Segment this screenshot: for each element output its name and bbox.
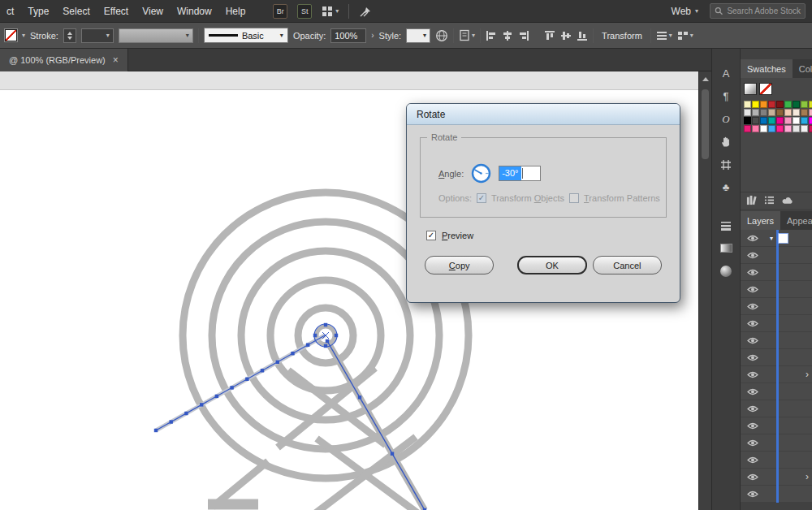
opentype-panel-icon[interactable]: O (717, 112, 735, 126)
align-middle-icon[interactable] (560, 30, 572, 41)
visibility-eye-icon[interactable] (747, 473, 758, 481)
swatch-kinds-icon[interactable] (764, 196, 775, 206)
anchor-handles[interactable] (154, 323, 426, 510)
stock-search-input[interactable]: Search Adobe Stock (710, 3, 806, 19)
anchor-point[interactable] (215, 395, 218, 398)
swatch[interactable] (784, 117, 792, 124)
anchor-point[interactable] (313, 334, 317, 337)
visibility-eye-icon[interactable] (747, 337, 758, 344)
swatch[interactable] (793, 125, 800, 132)
visibility-eye-icon[interactable] (747, 269, 758, 276)
close-tab-icon[interactable]: × (113, 54, 119, 66)
align-left-icon[interactable] (486, 30, 497, 41)
document-setup-icon[interactable]: ▾ (459, 29, 475, 41)
anchor-point[interactable] (200, 403, 203, 406)
swatch[interactable] (784, 109, 792, 116)
chevron-down-icon[interactable]: ▾ (22, 32, 25, 39)
swatch[interactable] (776, 109, 784, 116)
preview-checkbox[interactable]: ✓ (426, 231, 436, 240)
brush-definition-dropdown[interactable]: Basic ▾ (204, 28, 288, 43)
visibility-eye-icon[interactable] (747, 422, 758, 430)
swatch[interactable] (776, 125, 784, 132)
cloud-icon[interactable] (782, 196, 794, 206)
anchor-point[interactable] (324, 344, 327, 348)
recolor-artwork-icon[interactable] (435, 29, 448, 42)
visibility-eye-icon[interactable] (747, 354, 758, 361)
anchor-point[interactable] (154, 429, 158, 432)
dialog-titlebar[interactable]: Rotate (407, 104, 680, 125)
scroll-up-icon[interactable] (702, 77, 709, 81)
menu-item-help[interactable]: Help (226, 6, 246, 17)
anchor-point[interactable] (184, 412, 188, 415)
swatch[interactable] (768, 125, 775, 132)
visibility-eye-icon[interactable] (747, 405, 758, 413)
layer-target-chevron-icon[interactable]: › (806, 471, 809, 482)
sphere-panel-icon[interactable] (717, 264, 735, 278)
anchor-point[interactable] (306, 344, 309, 347)
visibility-eye-icon[interactable] (747, 491, 758, 498)
swatch[interactable] (768, 101, 775, 108)
anchor-point[interactable] (326, 339, 329, 343)
menu-item-object[interactable]: ct (6, 6, 14, 17)
menu-item-select[interactable]: Select (63, 6, 89, 17)
visibility-eye-icon[interactable] (747, 456, 758, 464)
angle-input[interactable]: -30° (499, 166, 541, 181)
anchor-point[interactable] (324, 323, 327, 326)
anchor-point[interactable] (276, 361, 279, 364)
arrange-documents-icon[interactable]: ▾ (322, 6, 339, 17)
swatch[interactable] (752, 109, 759, 116)
cancel-button[interactable]: Cancel (593, 256, 662, 274)
tab-swatches[interactable]: Swatches (741, 59, 793, 78)
paragraph-panel-icon[interactable]: ¶ (717, 89, 735, 103)
transform-objects-checkbox[interactable]: ✓ (477, 193, 486, 203)
copy-button[interactable]: Copy (425, 256, 494, 274)
swatch[interactable] (760, 101, 767, 108)
swatch[interactable] (760, 109, 767, 116)
menu-item-window[interactable]: Window (177, 6, 212, 17)
align-top-icon[interactable] (544, 30, 555, 41)
align-center-icon[interactable] (502, 30, 513, 41)
swatch[interactable] (801, 101, 808, 108)
anchor-point[interactable] (291, 352, 294, 355)
style-dropdown[interactable]: ▾ (406, 28, 430, 43)
visibility-eye-icon[interactable] (747, 286, 758, 293)
transform-button[interactable]: Transform (598, 31, 646, 41)
opacity-panel-arrow-icon[interactable]: › (371, 31, 374, 40)
width-profile-dropdown[interactable]: ▾ (119, 28, 193, 43)
swatch-libraries-icon[interactable] (746, 195, 757, 207)
ok-button[interactable]: OK (517, 256, 586, 274)
swatch[interactable] (809, 101, 812, 108)
stroke-panel-icon[interactable] (717, 218, 735, 232)
swatch[interactable] (793, 109, 800, 116)
visibility-eye-icon[interactable] (747, 303, 758, 310)
swatch[interactable] (752, 101, 759, 108)
layer-target-chevron-icon[interactable]: › (806, 369, 809, 380)
swatch[interactable] (752, 125, 759, 132)
swatch[interactable] (784, 125, 792, 132)
tab-appearance[interactable]: Appearance (780, 211, 812, 230)
align-right-icon[interactable] (518, 30, 529, 41)
bridge-icon[interactable]: Br (273, 4, 287, 19)
distribute-options-icon[interactable]: ▾ (656, 31, 672, 41)
swatch[interactable] (801, 125, 808, 132)
symbols-panel-icon[interactable]: ♣ (717, 180, 735, 194)
more-options-icon[interactable]: ▾ (677, 31, 693, 41)
document-tab[interactable]: @ 100% (RGB/Preview) × (0, 49, 128, 71)
swatch[interactable] (776, 101, 784, 108)
visibility-eye-icon[interactable] (747, 388, 758, 395)
layer-expand-icon[interactable]: ▾ (770, 235, 773, 242)
scrollbar-thumb[interactable] (702, 89, 709, 159)
swatch[interactable] (776, 117, 784, 124)
swatch[interactable] (784, 101, 792, 108)
layer-thumbnail[interactable] (778, 233, 788, 244)
align-bottom-icon[interactable] (577, 30, 588, 41)
opacity-input[interactable]: 100% (330, 28, 366, 43)
hand-panel-icon[interactable] (717, 135, 735, 149)
rotate-dialog[interactable]: Rotate Rotate Angle: -30° Options: ✓ (406, 103, 680, 303)
visibility-eye-icon[interactable] (747, 371, 758, 378)
swatch-none[interactable] (759, 83, 772, 95)
swatch[interactable] (809, 109, 812, 116)
anchor-point[interactable] (230, 386, 233, 389)
stroke-weight-dropdown[interactable]: ▾ (81, 28, 114, 43)
swatch[interactable] (744, 117, 751, 124)
